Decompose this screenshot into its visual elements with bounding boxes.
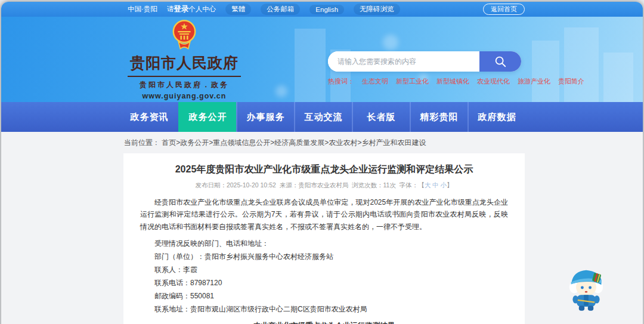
breadcrumb-path[interactable]: 首页>政务公开>重点领域信息公开>经济高质量发展>农业农村>乡村产业和农田建设	[162, 138, 426, 147]
hot-word[interactable]: 生态文明	[362, 77, 388, 86]
main-nav: 政务资讯 政务公开 办事服务 互动交流 长者版 精彩贵阳 政府数据	[1, 102, 643, 132]
views-label: 浏览次数：	[352, 181, 383, 189]
font-size-small-button[interactable]: 小	[441, 181, 447, 189]
contact-person-line: 联系人：李霞	[140, 265, 508, 275]
search-input[interactable]	[328, 51, 479, 72]
hot-search-line: 热搜词： 生态文明 新型工业化 新型城镇化 农业现代化 旅游产业化 贵阳简介	[328, 77, 521, 86]
login-prefix: 请	[167, 5, 174, 13]
search-area: 热搜词： 生态文明 新型工业化 新型城镇化 农业现代化 旅游产业化 贵阳简介	[328, 51, 521, 86]
site-window: 中国·贵阳 请登录个人中心 繁體 公务邮箱 English 无障碍浏览 返回首页	[1, 2, 643, 324]
font-size-label: 字体：【	[400, 181, 425, 189]
site-url: www.guiyang.gov.cn	[128, 92, 241, 100]
english-button[interactable]: English	[309, 5, 344, 14]
traditional-chinese-button[interactable]: 繁體	[225, 4, 251, 15]
font-size-medium-button[interactable]: 中	[432, 181, 439, 189]
contact-address-line: 联系地址：贵阳市观山湖区市级行政中心二期C区贵阳市农业农村局	[140, 304, 508, 314]
building-silhouette	[295, 29, 326, 102]
search-icon	[494, 55, 507, 68]
breadcrumb-label: 当前位置：	[124, 138, 160, 147]
bokeh-light	[275, 85, 287, 97]
font-size-large-button[interactable]: 大	[425, 181, 431, 189]
top-utility-bar: 中国·贵阳 请登录个人中心 繁體 公务邮箱 English 无障碍浏览 返回首页	[1, 2, 643, 17]
contact-postcode-line: 邮政编码：550081	[140, 291, 508, 301]
bokeh-light	[383, 35, 398, 50]
nav-item-zhengwu-gongkai[interactable]: 政务公开	[178, 102, 236, 132]
hot-word[interactable]: 新型工业化	[396, 77, 429, 86]
login-link[interactable]: 请登录个人中心	[167, 4, 216, 14]
font-size-bracket: 】	[447, 181, 453, 189]
nav-item-jingcai-guiyang[interactable]: 精彩贵阳	[410, 102, 467, 132]
search-bar	[328, 51, 521, 72]
hot-word[interactable]: 旅游产业化	[518, 77, 550, 86]
return-home-button[interactable]: 返回首页	[483, 4, 525, 15]
contact-intro-line: 受理情况反映的部门、电话和地址：	[140, 239, 508, 249]
hot-word[interactable]: 贵阳简介	[558, 77, 584, 86]
article-title: 2025年度贵阳市农业产业化市级重点龙头企业运行监测和评定结果公示	[140, 163, 508, 176]
national-emblem-icon	[169, 19, 199, 51]
mascot-icon	[566, 264, 606, 312]
source-label: 来源：	[280, 181, 299, 189]
search-button[interactable]	[479, 51, 521, 72]
site-subtitle: 贵阳市人民政府．政务	[128, 80, 241, 90]
nav-item-zhengfu-shuju[interactable]: 政府数据	[467, 102, 525, 132]
views-value: 11次	[383, 181, 396, 189]
contact-department-line: 部门（单位）：贵阳市乡村振兴服务中心农村经济服务站	[140, 252, 508, 262]
accessibility-button[interactable]: 无障碍浏览	[354, 4, 400, 15]
contact-phone-line: 联系电话：87987120	[140, 278, 508, 288]
login-strong: 登录	[174, 5, 188, 13]
nav-item-zhengwu-zixun[interactable]: 政务资讯	[120, 102, 178, 132]
hot-search-label: 热搜词：	[328, 77, 354, 86]
building-silhouette	[532, 41, 559, 102]
breadcrumb: 当前位置： 首页>政务公开>重点领域信息公开>经济高质量发展>农业农村>乡村产业…	[1, 132, 643, 153]
nav-item-zhangzhe-ban[interactable]: 长者版	[352, 102, 410, 132]
nav-item-hudong-jiaoliu[interactable]: 互动交流	[294, 102, 352, 132]
results-table-title: 农业产业化市级重点龙头企业运行监测结果	[140, 321, 508, 324]
site-banner: 贵阳市人民政府 贵阳市人民政府．政务 www.guiyang.gov.cn 热搜…	[1, 17, 643, 102]
publish-date-value: 2025-10-20 10:52	[227, 181, 276, 189]
building-silhouette	[564, 27, 599, 102]
article-meta: 发布日期：2025-10-20 10:52 来源：贵阳市农业农村局 浏览次数：1…	[140, 181, 508, 190]
site-logo[interactable]: 贵阳市人民政府 贵阳市人民政府．政务 www.guiyang.gov.cn	[128, 19, 241, 100]
official-mail-button[interactable]: 公务邮箱	[261, 4, 300, 15]
hot-word[interactable]: 农业现代化	[477, 77, 510, 86]
article-paragraph: 经贵阳市农业产业化市级重点龙头企业联席会议成员单位审定，现对2025年开展的农业…	[140, 196, 508, 233]
site-name: 贵阳市人民政府	[128, 53, 241, 77]
hot-word[interactable]: 新型城镇化	[436, 77, 469, 86]
building-silhouette	[603, 53, 633, 102]
region-link[interactable]: 中国·贵阳	[128, 5, 157, 14]
source-value: 贵阳市农业农村局	[298, 181, 348, 189]
publish-date-label: 发布日期：	[195, 181, 227, 189]
assistant-mascot[interactable]	[566, 264, 606, 314]
nav-item-banshi-fuwu[interactable]: 办事服务	[236, 102, 294, 132]
login-suffix: 个人中心	[188, 5, 216, 13]
article-card: 2025年度贵阳市农业产业化市级重点龙头企业运行监测和评定结果公示 发布日期：2…	[123, 153, 525, 324]
